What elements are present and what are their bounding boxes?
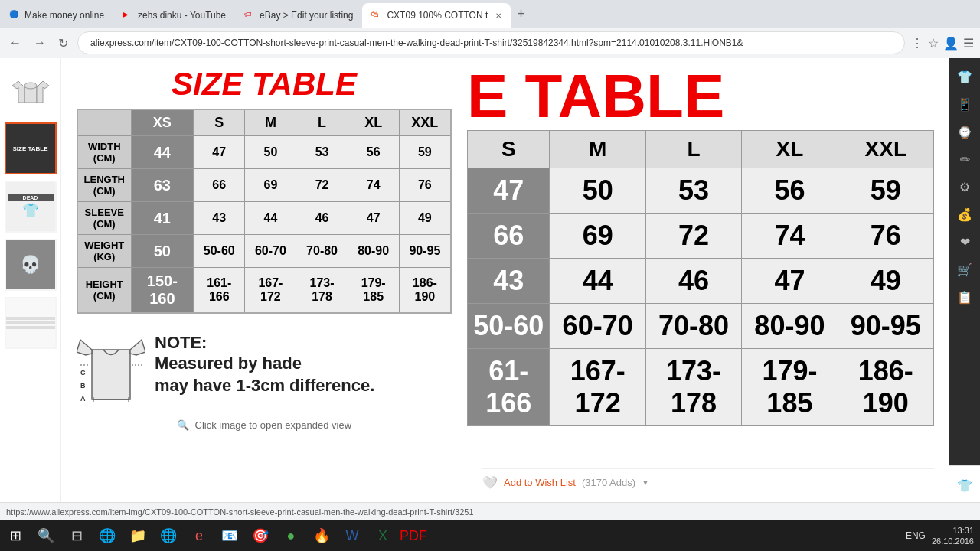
tab-title-1: Make money online [24, 10, 104, 21]
forward-button[interactable]: → [31, 33, 49, 53]
tab-favicon-2: ▶ [122, 10, 133, 21]
panel-heart-icon[interactable]: ❤ [952, 230, 977, 254]
big-size-cell: 43 [468, 259, 550, 304]
big-col-l: L [645, 131, 741, 168]
size-cell: 59 [399, 136, 451, 169]
profile-icon[interactable]: 👤 [943, 36, 959, 51]
big-size-cell: 167-172 [550, 349, 645, 426]
tab-favicon-1: 🔵 [9, 10, 20, 21]
size-cell: 44 [131, 136, 194, 169]
big-size-cell: 60-70 [550, 304, 645, 349]
bookmark-icon[interactable]: ☆ [928, 36, 939, 51]
browser-chrome: 🔵 Make money online ▶ zehs dinku - YouTu… [0, 0, 980, 58]
size-cell: 167-172 [245, 268, 296, 314]
taskbar-task-view-icon[interactable]: ⊟ [61, 520, 92, 551]
tab-youtube[interactable]: ▶ zehs dinku - YouTube [113, 3, 235, 28]
thumbnail-4[interactable]: 💀 [5, 239, 57, 291]
panel-watch-icon[interactable]: ⌚ [952, 119, 977, 144]
size-cell: 43 [194, 202, 245, 235]
taskbar-chrome-icon[interactable]: ● [276, 520, 306, 551]
taskbar-files-icon[interactable]: 📁 [122, 520, 153, 551]
taskbar-ie-icon[interactable]: 🌐 [92, 520, 122, 551]
thumbnail-2[interactable]: SIZE TABLE [5, 122, 57, 174]
panel-cart-icon[interactable]: 🛒 [952, 257, 977, 282]
panel-shirt-icon[interactable]: 👕 [952, 64, 977, 89]
size-cell: 66 [194, 169, 245, 202]
size-cell: 179-185 [348, 268, 399, 314]
tab-title-3: eBay > Edit your listing [260, 10, 353, 21]
tab-ebay[interactable]: 🏷 eBay > Edit your listing [235, 3, 362, 28]
size-table: XS S M L XL XXL WIDTH(CM)444750535659LEN… [77, 109, 452, 314]
thumbnail-3[interactable]: DEAD 👕 [5, 181, 57, 233]
col-s: S [194, 109, 245, 136]
thumbnail-1[interactable] [5, 64, 57, 116]
big-col-xl: XL [742, 131, 838, 168]
size-cell: 80-90 [348, 235, 399, 268]
size-cell: 90-95 [399, 235, 451, 268]
new-tab-button[interactable]: + [511, 6, 531, 22]
panel-edit-icon[interactable]: ✏ [952, 147, 977, 171]
url-bar[interactable]: aliexpress.com/item/CXT09-100-COTTON-sho… [77, 31, 905, 54]
size-cell: 74 [348, 169, 399, 202]
taskbar-search-icon[interactable]: 🔍 [31, 520, 61, 551]
panel-phone-icon[interactable]: 📱 [952, 92, 977, 116]
size-row-label: WIDTH(CM) [77, 136, 131, 169]
svg-rect-0 [24, 87, 37, 103]
taskbar-pdf-icon[interactable]: PDF [398, 520, 429, 551]
thumbnail-5[interactable] [5, 297, 57, 349]
svg-marker-5 [77, 340, 92, 355]
taskbar-app3-icon[interactable]: 🔥 [306, 520, 337, 551]
wish-dropdown-icon[interactable]: ▼ [642, 478, 649, 487]
big-size-cell: 61-166 [468, 349, 550, 426]
big-size-cell: 47 [468, 168, 550, 214]
size-cell: 56 [348, 136, 399, 169]
toolbar-icons: ⋮ ☆ 👤 ☰ [911, 36, 974, 51]
big-col-xxl: XXL [838, 131, 933, 168]
status-bar: https://www.aliexpress.com/item-img/CXT0… [0, 502, 980, 520]
taskbar-app1-icon[interactable]: 📧 [214, 520, 245, 551]
big-size-cell: 53 [645, 168, 741, 214]
taskbar-ie2-icon[interactable]: e [184, 520, 214, 551]
big-size-cell: 74 [742, 214, 838, 259]
size-cell: 46 [296, 202, 348, 235]
panel-money-icon[interactable]: 💰 [952, 202, 977, 227]
big-size-cell: 173-178 [645, 349, 741, 426]
taskbar-excel-icon[interactable]: X [368, 520, 398, 551]
tab-close-button[interactable]: ✕ [495, 11, 501, 20]
right-content-area[interactable]: E TABLE S M L XL XXL 4750535659666972747… [467, 58, 949, 551]
back-button[interactable]: ← [6, 33, 24, 53]
taskbar-icons: 🔍 ⊟ 🌐 📁 🌐 e 📧 🎯 ● 🔥 W X PDF [31, 520, 429, 551]
url-text: aliexpress.com/item/CXT09-100-COTTON-sho… [90, 37, 743, 48]
panel-clipboard-icon[interactable]: 📋 [952, 285, 977, 309]
tab-make-money[interactable]: 🔵 Make money online [0, 3, 113, 28]
tab-aliexpress[interactable]: 🛍 CXT09 100% COTTON t ✕ [362, 3, 511, 28]
start-button[interactable]: ⊞ [0, 520, 31, 551]
extensions-icon[interactable]: ⋮ [911, 36, 923, 51]
address-bar: ← → ↻ aliexpress.com/item/CXT09-100-COTT… [0, 28, 980, 58]
taskbar-app2-icon[interactable]: 🎯 [245, 520, 276, 551]
taskbar-word-icon[interactable]: W [337, 520, 368, 551]
size-cell: 47 [194, 136, 245, 169]
big-size-cell: 72 [645, 214, 741, 259]
size-cell: 173-178 [296, 268, 348, 314]
right-thumb-1[interactable]: 👕 [945, 465, 980, 505]
expand-button[interactable]: 🔍 Click image to open expanded view [77, 419, 452, 431]
size-row-label: HEIGHT(CM) [77, 268, 131, 314]
size-cell: 186-190 [399, 268, 451, 314]
wish-list-link[interactable]: Add to Wish List [504, 477, 576, 488]
refresh-button[interactable]: ↻ [55, 33, 71, 54]
col-xxl: XXL [399, 109, 451, 136]
size-cell: 50 [245, 136, 296, 169]
size-cell: 60-70 [245, 235, 296, 268]
wish-count: (3170 Adds) [582, 477, 635, 488]
big-size-cell: 44 [550, 259, 645, 304]
status-url: https://www.aliexpress.com/item-img/CXT0… [6, 507, 474, 517]
col-xl: XL [348, 109, 399, 136]
wish-list-row: 🤍 Add to Wish List (3170 Adds) ▼ [482, 468, 934, 496]
taskbar-edge-icon[interactable]: 🌐 [153, 520, 184, 551]
menu-icon[interactable]: ☰ [963, 36, 974, 51]
taskbar-right: ENG 13:31 26.10.2016 [906, 525, 980, 547]
big-size-cell: 47 [742, 259, 838, 304]
panel-settings-icon[interactable]: ⚙ [952, 174, 977, 199]
note-text: NOTE: Measured by hademay have 1-3cm dif… [155, 333, 374, 396]
